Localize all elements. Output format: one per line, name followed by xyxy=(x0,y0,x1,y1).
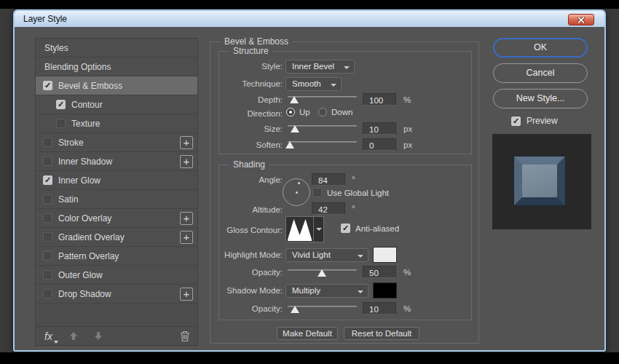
gloss-contour-thumbnail xyxy=(286,217,313,242)
plus-icon[interactable]: + xyxy=(180,231,193,244)
shadow-color-swatch[interactable] xyxy=(373,282,397,298)
bevel-emboss-checkbox[interactable]: ✓ xyxy=(43,81,52,90)
highlight-opacity-slider[interactable] xyxy=(288,268,357,277)
plus-icon[interactable]: + xyxy=(180,288,193,301)
soften-input[interactable] xyxy=(363,138,396,151)
shadow-opacity-thumb[interactable] xyxy=(291,306,299,313)
layer-style-dialog: Layer Style StylesBlending Options✓Bevel… xyxy=(13,9,606,352)
move-up-icon[interactable] xyxy=(70,332,77,340)
altitude-input[interactable] xyxy=(312,202,345,215)
soften-slider-thumb[interactable] xyxy=(285,141,294,149)
sidebar-item-label: Contour xyxy=(71,100,103,110)
sidebar-item-contour[interactable]: ✓Contour xyxy=(36,95,197,114)
sidebar-item-label: Blending Options xyxy=(44,62,111,72)
depth-input[interactable] xyxy=(363,93,396,106)
highlight-color-swatch[interactable] xyxy=(373,247,397,263)
soften-slider[interactable] xyxy=(288,140,357,149)
highlight-opacity-label: Opacity: xyxy=(192,268,283,277)
direction-up-radio[interactable] xyxy=(286,108,295,116)
preview-option[interactable]: ✓ Preview xyxy=(511,116,558,126)
ok-button[interactable]: OK xyxy=(493,38,588,58)
plus-icon[interactable]: + xyxy=(180,136,193,149)
new-style-button[interactable]: New Style... xyxy=(493,89,588,108)
sidebar-item-inner-glow[interactable]: ✓Inner Glow xyxy=(36,171,197,190)
inner-shadow-checkbox[interactable]: ✓ xyxy=(43,157,52,166)
technique-dropdown[interactable]: Smooth xyxy=(285,77,342,91)
angle-dial[interactable] xyxy=(283,178,310,206)
angle-unit: ° xyxy=(352,175,355,183)
inner-glow-checkbox[interactable]: ✓ xyxy=(43,175,52,185)
plus-icon[interactable]: + xyxy=(180,212,193,225)
highlight-opacity-input[interactable] xyxy=(363,266,396,278)
move-down-icon[interactable] xyxy=(95,332,102,340)
direction-up-label: Up xyxy=(299,108,310,116)
gradient-overlay-checkbox[interactable]: ✓ xyxy=(43,232,52,242)
angle-dial-marker[interactable] xyxy=(298,182,300,184)
depth-label: Depth: xyxy=(192,95,283,104)
sidebar-item-stroke[interactable]: ✓Stroke+ xyxy=(36,133,197,152)
shadow-opacity-input[interactable] xyxy=(363,302,396,314)
gloss-contour-picker[interactable] xyxy=(285,216,324,242)
reset-to-default-button[interactable]: Reset to Default xyxy=(344,327,419,340)
trash-icon[interactable] xyxy=(180,331,190,342)
sidebar-item-gradient-overlay[interactable]: ✓Gradient Overlay+ xyxy=(36,228,197,247)
make-default-button[interactable]: Make Default xyxy=(277,327,338,340)
sidebar-item-label: Drop Shadow xyxy=(58,289,111,299)
style-list-footer: fx xyxy=(36,326,197,345)
anti-aliased-checkbox[interactable]: ✓ xyxy=(341,223,350,233)
depth-slider[interactable] xyxy=(288,95,357,103)
direction-down-option[interactable]: Down xyxy=(318,108,352,116)
dialog-title: Layer Style xyxy=(23,14,67,24)
outer-glow-checkbox[interactable]: ✓ xyxy=(43,270,52,280)
sidebar-item-pattern-overlay[interactable]: ✓Pattern Overlay xyxy=(36,247,197,266)
plus-icon[interactable]: + xyxy=(180,155,193,168)
style-list-panel: StylesBlending Options✓Bevel & Emboss✓Co… xyxy=(35,38,198,346)
shadow-opacity-label: Opacity: xyxy=(192,304,283,313)
size-slider-thumb[interactable] xyxy=(291,125,299,132)
texture-checkbox[interactable]: ✓ xyxy=(56,119,66,128)
preview-checkbox[interactable]: ✓ xyxy=(511,116,521,126)
depth-slider-thumb[interactable] xyxy=(290,96,299,103)
highlight-mode-dropdown[interactable]: Vivid Light xyxy=(285,248,368,262)
pattern-overlay-checkbox[interactable]: ✓ xyxy=(43,251,52,261)
sidebar-item-drop-shadow[interactable]: ✓Drop Shadow+ xyxy=(36,285,197,304)
size-input[interactable] xyxy=(363,122,396,135)
highlight-opacity-thumb[interactable] xyxy=(318,269,326,277)
shadow-opacity-slider[interactable] xyxy=(288,304,357,313)
sidebar-item-label: Texture xyxy=(71,119,100,129)
sidebar-item-label: Styles xyxy=(44,43,68,53)
satin-checkbox[interactable]: ✓ xyxy=(43,194,52,204)
sidebar-item-texture[interactable]: ✓Texture xyxy=(36,114,197,133)
use-global-light-checkbox[interactable]: ✓ xyxy=(312,188,322,197)
soften-unit: px xyxy=(403,141,412,149)
sidebar-item-satin[interactable]: ✓Satin xyxy=(36,190,197,209)
drop-shadow-checkbox[interactable]: ✓ xyxy=(43,289,52,298)
angle-input[interactable] xyxy=(312,173,345,186)
size-label: Size: xyxy=(192,124,283,133)
contour-checkbox[interactable]: ✓ xyxy=(56,100,66,109)
direction-down-radio[interactable] xyxy=(318,108,327,116)
sidebar-item-styles[interactable]: Styles xyxy=(36,39,197,58)
direction-label: Direction: xyxy=(192,109,283,118)
style-label: Style: xyxy=(192,62,283,71)
direction-up-option[interactable]: Up xyxy=(286,108,310,116)
cancel-button[interactable]: Cancel xyxy=(493,63,588,83)
sidebar-item-label: Gradient Overlay xyxy=(58,232,125,242)
fx-menu-icon[interactable]: fx xyxy=(44,331,52,342)
color-overlay-checkbox[interactable]: ✓ xyxy=(43,213,52,223)
shadow-mode-dropdown[interactable]: Multiply xyxy=(285,284,368,298)
sidebar-item-bevel-emboss[interactable]: ✓Bevel & Emboss xyxy=(36,76,197,95)
sidebar-item-outer-glow[interactable]: ✓Outer Glow xyxy=(36,266,197,285)
stroke-checkbox[interactable]: ✓ xyxy=(43,138,52,147)
close-button[interactable] xyxy=(568,14,594,25)
sidebar-item-color-overlay[interactable]: ✓Color Overlay+ xyxy=(36,209,197,228)
title-bar[interactable]: Layer Style xyxy=(15,11,604,27)
style-dropdown[interactable]: Inner Bevel xyxy=(285,60,355,74)
anti-aliased-option[interactable]: ✓ Anti-aliased xyxy=(341,223,399,233)
size-slider[interactable] xyxy=(288,124,357,132)
gloss-contour-chevron-icon[interactable] xyxy=(313,217,323,242)
structure-group-title: Structure xyxy=(229,46,272,56)
use-global-light-option[interactable]: ✓ Use Global Light xyxy=(312,188,389,197)
sidebar-item-inner-shadow[interactable]: ✓Inner Shadow+ xyxy=(36,152,197,171)
sidebar-item-blending-options[interactable]: Blending Options xyxy=(36,58,197,76)
